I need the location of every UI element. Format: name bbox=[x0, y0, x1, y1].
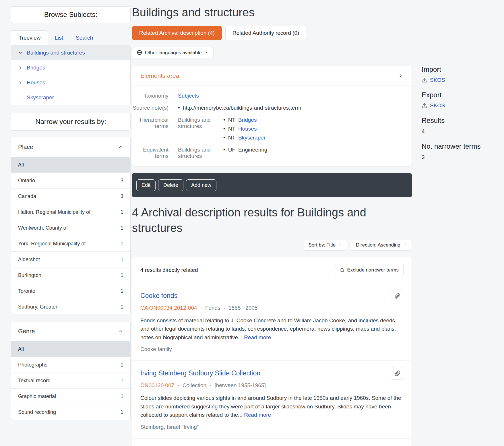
read-more-link[interactable]: Read more bbox=[244, 334, 271, 340]
facet-item-textual-record[interactable]: Textual record1 bbox=[11, 373, 130, 388]
exclude-narrower-terms-button[interactable]: Exclude narrower terms bbox=[335, 264, 404, 276]
tab-search[interactable]: Search bbox=[69, 31, 99, 45]
edit-button[interactable]: Edit bbox=[136, 179, 156, 191]
treeview-item-bridges[interactable]: Bridges bbox=[11, 60, 130, 75]
facet-item-label[interactable]: Ontario bbox=[18, 178, 35, 184]
facet-item-count: 1 bbox=[121, 362, 123, 368]
delete-button[interactable]: Delete bbox=[158, 179, 183, 191]
browse-subjects-title: Browse Subjects: bbox=[44, 11, 97, 19]
facet-item-photographs[interactable]: Photographs1 bbox=[11, 357, 130, 373]
facet-item-label[interactable]: Graphic material bbox=[18, 393, 56, 400]
direction-dropdown[interactable]: Direction: Ascending bbox=[351, 240, 412, 251]
facet-item-burlington[interactable]: Burlington1 bbox=[11, 267, 130, 283]
facet-item-sound-recording[interactable]: Sound recording1 bbox=[11, 404, 130, 420]
facet-header-genre[interactable]: Genre bbox=[11, 321, 130, 341]
bullet-icon: • bbox=[178, 105, 180, 111]
term-text: http://memorybc.ca/buildings-and-structu… bbox=[183, 105, 301, 111]
facet-item-halton-regional-municipality-of[interactable]: Halton, Regional Municipality of1 bbox=[11, 204, 130, 220]
chevron-down-icon[interactable] bbox=[18, 51, 23, 55]
facet-item-count: 1 bbox=[121, 304, 123, 310]
browse-sidebar: Browse Subjects: Treeview List Search Bu… bbox=[11, 6, 131, 420]
facet-item-label[interactable]: Burlington bbox=[18, 272, 41, 278]
facet-item-label[interactable]: Sound recording bbox=[18, 409, 56, 415]
tab-related-authority-record[interactable]: Related Authority record (0) bbox=[225, 26, 306, 40]
facet-item-count: 3 bbox=[121, 178, 123, 184]
results-count-label: 4 results directly related bbox=[140, 267, 198, 273]
direction-label: Direction: Ascending bbox=[356, 242, 400, 248]
treeview-item-houses[interactable]: Houses bbox=[11, 75, 130, 90]
other-languages-dropdown[interactable]: Other languages available bbox=[132, 47, 214, 58]
attachment-button[interactable] bbox=[391, 367, 404, 380]
term-link[interactable]: Houses bbox=[238, 126, 257, 132]
chevron-up-icon[interactable] bbox=[118, 329, 123, 334]
chevron-up-icon bbox=[118, 329, 123, 334]
tab-treeview[interactable]: Treeview bbox=[11, 30, 48, 45]
treeview-item-skyscraper[interactable]: Skyscraper bbox=[11, 90, 130, 105]
caret-down-icon bbox=[338, 243, 342, 247]
facet-item-label[interactable]: Textual record bbox=[18, 378, 51, 384]
result-item-cooke-fonds: Cooke fondsCA ON00034 2012-004·Fonds·185… bbox=[132, 283, 412, 360]
results-list: Cooke fondsCA ON00034 2012-004·Fonds·185… bbox=[132, 283, 412, 438]
treeview-item-label[interactable]: Bridges bbox=[27, 65, 45, 71]
facet-item-all[interactable]: All bbox=[11, 157, 130, 172]
facet-item-toronto[interactable]: Toronto1 bbox=[11, 283, 130, 299]
chevron-right-icon[interactable] bbox=[18, 80, 23, 85]
facet-item-ontario[interactable]: Ontario3 bbox=[11, 172, 130, 188]
facet-item-label[interactable]: Wentworth, County of bbox=[18, 225, 68, 231]
facet-title: Place bbox=[18, 144, 33, 150]
facet-item-all[interactable]: All bbox=[11, 341, 130, 357]
elements-table: TaxonomySubjectsSource note(s)•http://me… bbox=[132, 86, 412, 166]
facet-item-wentworth-county-of[interactable]: Wentworth, County of1 bbox=[11, 220, 130, 236]
facet-item-label[interactable]: Photographs bbox=[18, 362, 47, 368]
sort-by-dropdown[interactable]: Sort by: Title bbox=[304, 240, 347, 251]
treeview-item-buildings-and-structures[interactable]: Buildings and structures bbox=[11, 45, 130, 60]
read-more-link[interactable]: Read more bbox=[244, 412, 271, 418]
element-label: Hierarchical terms bbox=[132, 114, 173, 144]
facet-item-label[interactable]: York, Regional Municipality of bbox=[18, 241, 86, 247]
export-skos-link[interactable]: SKOS bbox=[422, 102, 499, 109]
result-reference-code[interactable]: CA ON00034 2012-004 bbox=[140, 305, 197, 311]
separator: · bbox=[177, 382, 179, 389]
facet-header-place[interactable]: Place bbox=[11, 137, 130, 157]
facet-item-graphic-material[interactable]: Graphic material1 bbox=[11, 388, 130, 404]
chevron-down-icon bbox=[18, 51, 23, 55]
term-link[interactable]: Bridges bbox=[238, 117, 257, 123]
result-title-link[interactable]: Irving Steinberg Sudbury Slide Collectio… bbox=[140, 369, 260, 377]
facet-item-aldershot[interactable]: Aldershot1 bbox=[11, 251, 130, 267]
chevron-up-icon[interactable] bbox=[118, 144, 123, 150]
upload-icon bbox=[422, 103, 427, 108]
paperclip-icon bbox=[395, 371, 400, 376]
result-title-link[interactable]: Cooke fonds bbox=[140, 292, 177, 300]
attachment-button[interactable] bbox=[391, 290, 404, 302]
facet-item-label[interactable]: Toronto bbox=[18, 288, 35, 294]
tab-related-archival-description[interactable]: Related Archival description (4) bbox=[132, 26, 222, 40]
term-link[interactable]: Skyscraper bbox=[238, 135, 265, 141]
facet-item-label[interactable]: All bbox=[18, 346, 24, 352]
treeview-item-label[interactable]: Houses bbox=[27, 79, 45, 86]
facet-item-label[interactable]: All bbox=[18, 162, 24, 168]
facet-item-label[interactable]: Canada bbox=[18, 193, 36, 199]
treeview-item-label[interactable]: Skyscraper bbox=[27, 94, 54, 101]
facet-item-label[interactable]: Halton, Regional Municipality of bbox=[18, 209, 90, 215]
facet-item-canada[interactable]: Canada3 bbox=[11, 188, 130, 204]
import-skos-link[interactable]: SKOS bbox=[422, 77, 499, 83]
globe-icon bbox=[137, 50, 142, 55]
result-reference-code[interactable]: ON00120 007 bbox=[140, 382, 174, 389]
facet-item-label[interactable]: Sudbury, Greater bbox=[18, 304, 57, 310]
add-new-button[interactable]: Add new bbox=[186, 179, 216, 191]
treeview-item-label[interactable]: Buildings and structures bbox=[27, 50, 85, 56]
chevron-right-icon[interactable] bbox=[18, 65, 23, 70]
download-icon bbox=[422, 77, 427, 83]
elements-area-panel: Elements area TaxonomySubjectsSource not… bbox=[132, 66, 412, 166]
separator: · bbox=[200, 305, 202, 311]
facet-item-label[interactable]: Aldershot bbox=[18, 257, 40, 263]
tab-list[interactable]: List bbox=[48, 31, 69, 45]
caret-down-icon bbox=[403, 243, 407, 247]
taxonomy-link[interactable]: Subjects bbox=[178, 93, 199, 99]
chevron-right-icon[interactable] bbox=[398, 73, 404, 79]
result-description: Colour slides depicting various sights i… bbox=[140, 394, 404, 419]
facet-item-york-regional-municipality-of[interactable]: York, Regional Municipality of1 bbox=[11, 236, 130, 251]
exclude-narrower-terms-label: Exclude narrower terms bbox=[347, 267, 399, 273]
facet-item-sudbury-greater[interactable]: Sudbury, Greater1 bbox=[11, 299, 130, 315]
bullet-icon: • bbox=[223, 135, 225, 141]
